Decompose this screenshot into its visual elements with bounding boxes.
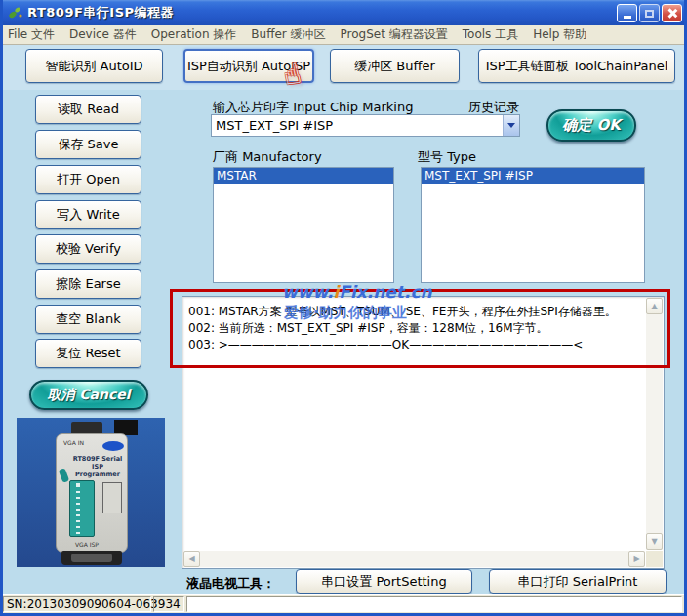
menu-progset[interactable]: ProgSet 编程器设置 bbox=[341, 26, 448, 43]
photo-device-title: RT809F Serial ISP Programmer bbox=[72, 455, 123, 478]
menu-device[interactable]: Device 器件 bbox=[69, 26, 137, 43]
combo-dropdown-button[interactable] bbox=[503, 115, 519, 136]
scroll-up-button[interactable]: ▲ bbox=[646, 298, 663, 314]
toolchain-panel-button[interactable]: ISP工具链面板 ToolChainPanel bbox=[478, 49, 675, 83]
menu-file[interactable]: File 文件 bbox=[8, 26, 55, 43]
horizontal-scrollbar[interactable]: ◀ ▶ bbox=[183, 551, 645, 567]
scroll-right-button[interactable]: ▶ bbox=[628, 551, 645, 567]
menu-operation[interactable]: Operation 操作 bbox=[151, 26, 237, 43]
status-panel-2 bbox=[153, 596, 184, 612]
manufactory-list[interactable]: MSTAR bbox=[213, 167, 394, 283]
title-bar: RT809F串行ISP编程器 bbox=[0, 0, 687, 25]
menu-tools[interactable]: Tools 工具 bbox=[463, 26, 518, 43]
usb-logo bbox=[102, 441, 124, 451]
hdmi-outline bbox=[102, 482, 122, 513]
window-controls bbox=[617, 4, 682, 22]
status-panel-3 bbox=[186, 596, 682, 612]
log-line: 001: MSTAR方案 型号以MST、TSUM、 SE、FE开头，程序在外挂S… bbox=[188, 304, 617, 320]
minimize-button[interactable] bbox=[617, 4, 637, 22]
app-icon bbox=[8, 5, 23, 21]
log-line: 003: >——————————————OK——————————————< bbox=[188, 337, 617, 353]
reset-button[interactable]: 复位 Reset bbox=[35, 339, 141, 368]
verify-button[interactable]: 校验 Verify bbox=[35, 234, 141, 264]
app-window: RT809F串行ISP编程器 File 文件 Device 器件 Operati… bbox=[0, 0, 687, 616]
photo-title-line2: ISP Programmer bbox=[72, 463, 123, 478]
scroll-down-button[interactable]: ▼ bbox=[646, 533, 663, 550]
menu-help[interactable]: Help 帮助 bbox=[533, 26, 586, 43]
minimize-icon bbox=[624, 16, 631, 19]
log-line: 002: 当前所选：MST_EXT_SPI #ISP，容量：128M位，16M字… bbox=[188, 320, 617, 337]
zif-socket bbox=[69, 480, 95, 537]
ok-button[interactable]: 确定 OK bbox=[546, 109, 636, 142]
close-icon bbox=[667, 8, 677, 19]
type-label: 型号 Type bbox=[418, 148, 476, 166]
scrollbar-corner bbox=[646, 551, 663, 567]
photo-vga-isp-label: VGA ISP bbox=[75, 541, 99, 548]
status-bar: SN:20130309090604-063934 bbox=[0, 594, 687, 613]
vertical-scrollbar[interactable]: ▲ ▼ bbox=[646, 298, 663, 550]
log-lines: 001: MSTAR方案 型号以MST、TSUM、 SE、FE开头，程序在外挂S… bbox=[188, 304, 617, 353]
photo-vga-in-label: VGA IN bbox=[63, 439, 84, 446]
window-title: RT809F串行ISP编程器 bbox=[27, 4, 174, 21]
buffer-button[interactable]: 缓冲区 Buffer bbox=[330, 49, 460, 83]
log-textarea[interactable]: 001: MSTAR方案 型号以MST、TSUM、 SE、FE开头，程序在外挂S… bbox=[182, 296, 665, 569]
type-list[interactable]: MST_EXT_SPI #ISP bbox=[421, 167, 645, 283]
type-item-selected[interactable]: MST_EXT_SPI #ISP bbox=[422, 168, 644, 184]
read-button[interactable]: 读取 Read bbox=[35, 95, 141, 124]
open-button[interactable]: 打开 Open bbox=[35, 165, 141, 194]
cancel-button[interactable]: 取消 Cancel bbox=[29, 380, 148, 410]
serial-print-button[interactable]: 串口打印 SerialPrint bbox=[489, 569, 667, 594]
write-button[interactable]: 写入 Write bbox=[35, 200, 141, 229]
blank-button[interactable]: 查空 Blank bbox=[35, 305, 141, 334]
photo-title-line1: RT809F Serial bbox=[72, 455, 123, 463]
manufactory-label: 厂商 Manufactory bbox=[213, 148, 322, 166]
lcd-tv-tools-label: 液晶电视工具： bbox=[186, 575, 275, 593]
auto-id-button[interactable]: 智能识别 AutoID bbox=[25, 49, 163, 83]
chip-marking-combo[interactable]: MST_EXT_SPI #ISP bbox=[211, 114, 520, 137]
scroll-left-button[interactable]: ◀ bbox=[183, 551, 200, 567]
port-setting-button[interactable]: 串口设置 PortSetting bbox=[296, 569, 472, 594]
menu-buffer[interactable]: Buffer 缓冲区 bbox=[251, 26, 325, 43]
maximize-icon bbox=[645, 10, 654, 18]
close-button[interactable] bbox=[662, 4, 682, 22]
chip-marking-value[interactable]: MST_EXT_SPI #ISP bbox=[212, 118, 503, 133]
manufactory-item-selected[interactable]: MSTAR bbox=[214, 168, 393, 184]
chevron-down-icon bbox=[507, 123, 515, 128]
serial-number: SN:20130309090604-063934 bbox=[3, 596, 151, 612]
save-button[interactable]: 保存 Save bbox=[35, 130, 141, 159]
erase-button[interactable]: 擦除 Earse bbox=[35, 269, 141, 299]
menu-bar: File 文件 Device 器件 Operation 操作 Buffer 缓冲… bbox=[0, 25, 687, 45]
maximize-button[interactable] bbox=[639, 4, 660, 22]
bottom-connector-inner bbox=[71, 554, 112, 562]
device-photo: VGA IN RT809F Serial ISP Programmer VGA … bbox=[17, 418, 165, 567]
auto-isp-button[interactable]: ISP自动识别 AutoISP bbox=[183, 49, 314, 83]
